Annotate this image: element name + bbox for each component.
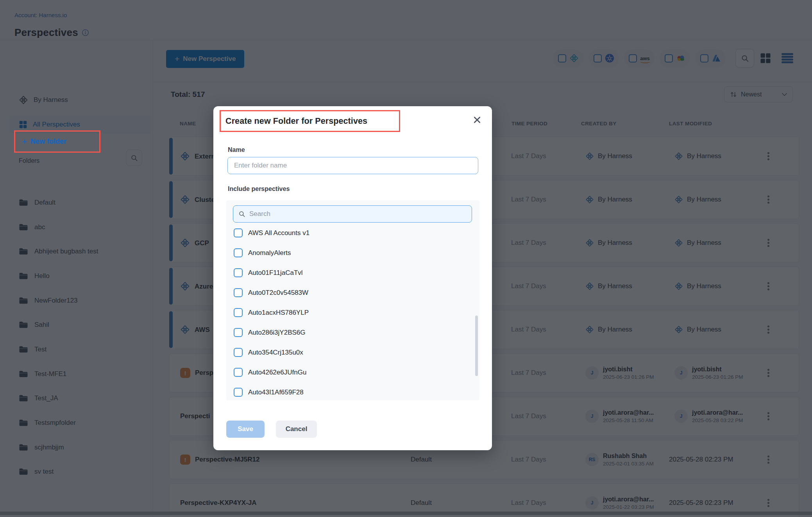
checkbox[interactable] [234,368,243,377]
search-icon [238,210,245,217]
folder-name-input[interactable] [227,157,478,174]
perspective-search-box [233,205,472,223]
perspective-option[interactable]: Auto286i3jY2BS6G [226,323,479,342]
new-folder-button[interactable]: + New folder [14,130,100,153]
checkbox[interactable] [234,348,243,357]
checkbox[interactable] [234,268,243,277]
cancel-button[interactable]: Cancel [276,421,317,438]
checkbox[interactable] [234,248,243,257]
perspective-search-input[interactable] [249,210,467,218]
save-button[interactable]: Save [226,421,265,438]
perspective-option[interactable]: Auto354Crj135u0x [226,342,479,362]
create-folder-modal: Create new Folder for Perspectives Name … [213,106,492,450]
perspective-option[interactable]: Auto43I1Af659F28 [226,382,479,400]
modal-title: Create new Folder for Perspectives [225,116,367,126]
close-icon[interactable] [473,116,481,124]
scrollbar[interactable] [475,316,478,376]
checkbox[interactable] [234,228,243,237]
perspective-option[interactable]: Auto0T2c0v54583W [226,283,479,303]
checkbox[interactable] [234,288,243,297]
perspective-option[interactable]: Auto1acxHS786YLP [226,303,479,323]
plus-icon: + [22,137,27,147]
perspective-option[interactable]: Auto4262e6JUfnGu [226,362,479,382]
name-label: Name [228,146,245,153]
perspective-option[interactable]: AWS All Accounts v1 [226,223,479,243]
modal-title-highlight: Create new Folder for Perspectives [220,110,400,132]
perspective-option[interactable]: Auto01F11jaCaTvl [226,263,479,283]
checkbox[interactable] [234,388,243,397]
perspectives-page: Account: Harness.io Perspectives By Harn… [0,0,812,517]
include-perspectives-label: Include perspectives [228,185,290,193]
perspective-option[interactable]: AnomalyAlerts [226,243,479,263]
checkbox[interactable] [234,328,243,337]
perspectives-picker: AWS All Accounts v1 AnomalyAlerts Auto01… [226,200,479,400]
perspective-list: AWS All Accounts v1 AnomalyAlerts Auto01… [226,223,479,400]
checkbox[interactable] [234,308,243,317]
